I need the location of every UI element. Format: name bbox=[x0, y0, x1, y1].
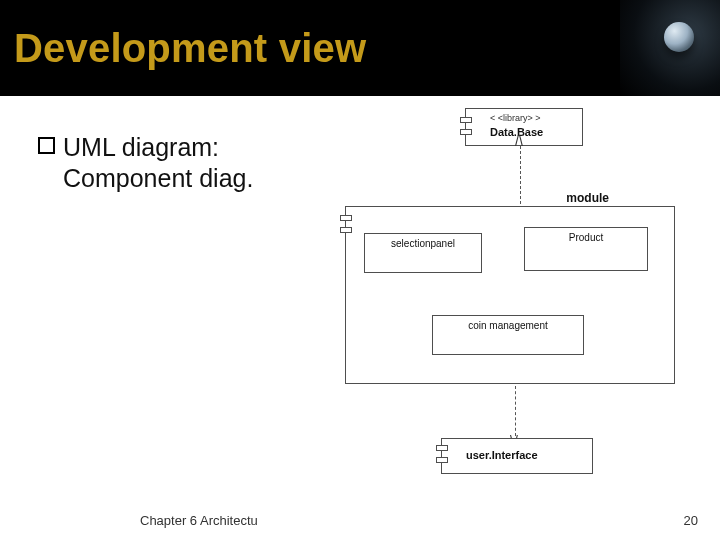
subcomponent-selectionpanel: selectionpanel bbox=[364, 233, 482, 273]
subcomponent-product: Product bbox=[524, 227, 648, 271]
stereotype-label: < <library> > bbox=[490, 113, 541, 123]
subcomponent-coin-management: coin management bbox=[432, 315, 584, 355]
component-tab-icon bbox=[340, 215, 352, 221]
bullet-item: UML diagram: Component diag. bbox=[38, 132, 318, 195]
component-tab-icon bbox=[460, 117, 472, 123]
component-userinterface: user.Interface bbox=[441, 438, 593, 474]
arrow-up-icon: /\ bbox=[515, 134, 523, 148]
footer-chapter: Chapter 6 Architectu bbox=[140, 513, 258, 528]
bullet-line1: UML diagram: bbox=[63, 133, 219, 161]
component-module: module selectionpanel Product coin manag… bbox=[345, 206, 675, 384]
component-diagram: < <library> > Data.Base /\ module select… bbox=[345, 108, 675, 478]
bullet-line2: Component diag. bbox=[63, 164, 253, 192]
component-tab-icon bbox=[436, 445, 448, 451]
footer-page-number: 20 bbox=[684, 513, 698, 528]
component-tab-icon bbox=[460, 129, 472, 135]
hollow-square-icon bbox=[38, 137, 55, 154]
droplet-logo bbox=[620, 0, 720, 96]
dependency-connector: /\ bbox=[520, 146, 521, 204]
slide-title: Development view bbox=[14, 26, 366, 71]
slide: Development view UML diagram: Component … bbox=[0, 0, 720, 540]
component-tab-icon bbox=[436, 457, 448, 463]
bullet-block: UML diagram: Component diag. bbox=[38, 132, 318, 195]
component-tab-icon bbox=[340, 227, 352, 233]
title-bar: Development view bbox=[0, 0, 720, 96]
footer: Chapter 6 Architectu 20 bbox=[0, 513, 720, 528]
component-database: < <library> > Data.Base bbox=[465, 108, 583, 146]
component-name: user.Interface bbox=[466, 449, 538, 461]
bullet-text: UML diagram: Component diag. bbox=[63, 132, 253, 195]
dependency-connector: \/ bbox=[515, 386, 516, 436]
component-name: module bbox=[566, 191, 609, 205]
